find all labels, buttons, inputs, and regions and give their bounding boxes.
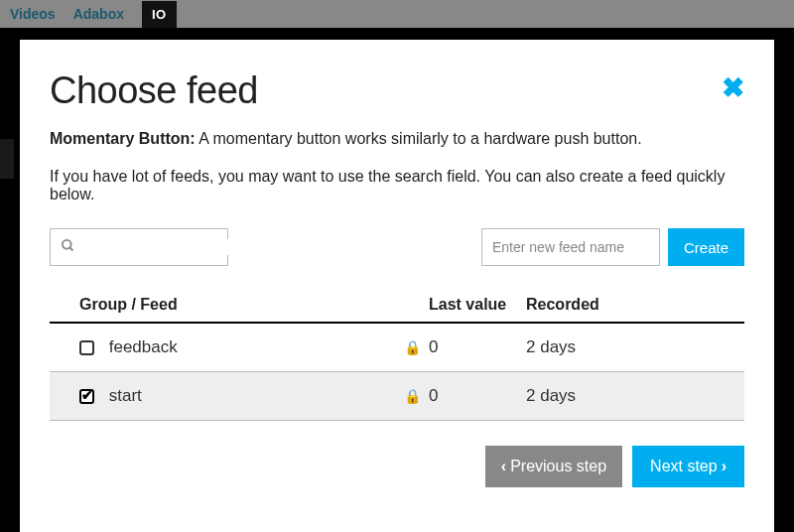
th-last-value: Last value [425,288,522,323]
table-row[interactable]: feedback 🔒 0 2 days [50,323,744,372]
close-icon[interactable]: ✖ [722,74,744,102]
prev-label: Previous step [510,458,606,475]
th-recorded: Recorded [522,288,744,323]
th-group: Group / Feed [50,288,397,323]
lock-icon: 🔒 [404,388,421,404]
table-row[interactable]: start 🔒 0 2 days [50,372,744,421]
search-box[interactable] [50,228,228,266]
create-feed-group: Create [481,228,744,266]
background-peek [0,139,14,179]
next-label: Next step [650,458,718,475]
block-description: Momentary Button: A momentary button wor… [50,130,744,148]
nav-item-adabox[interactable]: Adabox [73,6,124,22]
checkbox-checked-icon[interactable] [79,389,94,404]
th-lock [397,288,425,323]
feed-last-value: 0 [425,323,522,372]
dialog-title: Choose feed [50,69,258,112]
svg-line-1 [69,247,72,250]
svg-point-0 [63,239,71,248]
search-input[interactable] [81,239,255,255]
checkbox-icon[interactable] [79,340,94,355]
next-step-button[interactable]: Next step › [632,446,744,487]
search-icon [61,238,75,257]
feed-table: Group / Feed Last value Recorded feedbac… [50,288,744,421]
block-type-desc: A momentary button works similarly to a … [198,130,641,147]
chevron-left-icon: ‹ [501,458,506,475]
help-text: If you have lot of feeds, you may want t… [50,168,744,203]
previous-step-button[interactable]: ‹ Previous step [485,446,622,487]
dialog-footer: ‹ Previous step Next step › [50,446,744,487]
controls-row: Create [50,228,744,266]
lock-icon: 🔒 [404,339,421,355]
top-nav: Videos Adabox IO [0,0,794,28]
feed-recorded: 2 days [522,323,744,372]
create-button[interactable]: Create [668,228,744,266]
feed-last-value: 0 [425,372,522,421]
nav-item-io[interactable]: IO [142,1,177,28]
block-type-label: Momentary Button: [50,130,196,147]
feed-recorded: 2 days [522,372,744,421]
new-feed-input[interactable] [481,228,660,266]
chevron-right-icon: › [722,458,727,475]
feed-name: feedback [109,337,178,356]
nav-item-videos[interactable]: Videos [10,6,56,22]
choose-feed-dialog: Choose feed ✖ Momentary Button: A moment… [20,40,774,532]
feed-name: start [109,386,142,405]
